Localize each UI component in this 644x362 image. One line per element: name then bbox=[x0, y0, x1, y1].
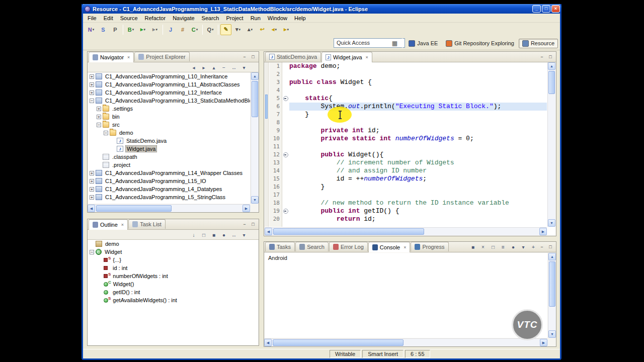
mark-occurrences-icon[interactable]: ✎ bbox=[220, 24, 231, 35]
scroll-down-icon[interactable]: ▼ bbox=[548, 330, 556, 338]
fold-collapse-icon[interactable] bbox=[283, 151, 289, 159]
code-line[interactable]: public class Widget { bbox=[289, 78, 547, 86]
dropdown-arrow-icon[interactable]: ▾ bbox=[144, 28, 146, 32]
code-line[interactable]: // and assign ID number bbox=[289, 167, 547, 175]
console-tab-tasks[interactable]: Tasks bbox=[265, 242, 295, 251]
minimize-button[interactable]: − bbox=[240, 53, 249, 60]
plus-expander-icon[interactable]: + bbox=[97, 107, 101, 111]
minimize-button[interactable]: − bbox=[538, 53, 546, 60]
dropdown-arrow-icon[interactable]: ▾ bbox=[212, 28, 214, 32]
menu-window[interactable]: Window bbox=[264, 14, 291, 22]
code-line[interactable]: public Widget(){ bbox=[289, 151, 547, 159]
print-icon[interactable]: P bbox=[110, 24, 121, 35]
code-line[interactable] bbox=[289, 119, 547, 127]
plus-expander-icon[interactable]: + bbox=[90, 179, 94, 184]
previous-annotation-icon[interactable]: ▴▾ bbox=[245, 24, 256, 35]
dropdown-arrow-icon[interactable]: ▾ bbox=[93, 28, 95, 32]
console-tab-console[interactable]: Console× bbox=[368, 242, 411, 252]
maximize-button[interactable]: □ bbox=[249, 221, 257, 228]
debug-icon[interactable]: B▾ bbox=[125, 24, 136, 35]
save-icon[interactable]: S bbox=[98, 24, 109, 35]
scroll-right-icon[interactable]: ▶ bbox=[243, 205, 250, 212]
minus-expander-icon[interactable]: − bbox=[97, 123, 101, 127]
console-tab-search[interactable]: Search bbox=[295, 242, 329, 251]
scroll-up-icon[interactable]: ▲ bbox=[548, 253, 556, 260]
maximize-button[interactable]: □ bbox=[546, 243, 554, 250]
code-line[interactable]: System.out.println("Executing Static Blo… bbox=[289, 103, 547, 111]
maximize-button[interactable]: □ bbox=[249, 53, 257, 60]
console-output[interactable]: Android bbox=[265, 253, 547, 338]
navigator-item-c1-advancedjavaprogramming-l12-interface[interactable]: +C1_AdvancedJavaProgramming_L12_Interfac… bbox=[88, 88, 250, 97]
fold-collapse-icon[interactable] bbox=[283, 207, 289, 215]
maximize-button[interactable]: □ bbox=[542, 5, 550, 13]
plus-expander-icon[interactable]: + bbox=[97, 115, 101, 119]
navigator-item-demo[interactable]: −demo bbox=[88, 129, 250, 137]
editor-tab-widget-java[interactable]: JWidget.java× bbox=[321, 52, 372, 62]
code-line[interactable]: // increment number of Widgets bbox=[289, 159, 547, 167]
minus-expander-icon[interactable]: − bbox=[104, 131, 108, 135]
menu-search[interactable]: Search bbox=[198, 14, 223, 22]
code-line[interactable]: private int id; bbox=[289, 127, 547, 135]
menu-edit[interactable]: Edit bbox=[100, 14, 117, 22]
code-line[interactable]: static{ bbox=[289, 95, 547, 103]
clear-console-icon[interactable]: □ bbox=[489, 243, 498, 251]
scroll-right-icon[interactable]: ▶ bbox=[539, 228, 547, 235]
open-console-icon[interactable]: + bbox=[529, 243, 538, 251]
code-line[interactable]: private static int numberOfWidgets = 0; bbox=[289, 135, 547, 143]
code-line[interactable]: id = ++numberOfWidgets; bbox=[289, 175, 547, 183]
minimize-button[interactable]: − bbox=[538, 243, 546, 250]
menu-project[interactable]: Project bbox=[222, 14, 247, 22]
navigator-item-c1-advancedjavaprogramming-l4-datatypes[interactable]: +C1_AdvancedJavaProgramming_L4_Datatypes bbox=[88, 185, 250, 193]
console-tab-progress[interactable]: Progress bbox=[411, 242, 448, 251]
terminate-icon[interactable]: ■ bbox=[468, 243, 477, 251]
sort-icon[interactable]: ↓ bbox=[189, 231, 198, 239]
scrollbar-thumb[interactable] bbox=[273, 228, 424, 235]
back-icon[interactable]: ◂ bbox=[189, 63, 198, 71]
forward-icon[interactable]: ▸▾ bbox=[281, 24, 292, 35]
navigator-item-staticdemo-java[interactable]: JStaticDemo.java bbox=[88, 137, 250, 145]
outline-item-getavailablewidgets-int[interactable]: SgetAvailableWidgets() : int bbox=[88, 296, 258, 304]
perspective-resource[interactable]: Resource bbox=[519, 39, 558, 48]
new-java-project-icon[interactable]: J bbox=[165, 24, 176, 35]
scrollbar-thumb[interactable] bbox=[548, 71, 555, 94]
plus-expander-icon[interactable]: + bbox=[90, 82, 94, 87]
remove-launch-icon[interactable]: × bbox=[478, 243, 488, 251]
code-line[interactable] bbox=[289, 143, 547, 151]
view-menu-icon[interactable]: ▾ bbox=[239, 231, 249, 239]
new-class-icon[interactable]: C▾ bbox=[189, 24, 200, 35]
outline-item-demo[interactable]: demo bbox=[88, 240, 258, 248]
scroll-down-icon[interactable]: ▼ bbox=[251, 196, 259, 204]
plus-expander-icon[interactable]: + bbox=[90, 171, 94, 175]
outline-item-numberofwidgets-int[interactable]: SnumberOfWidgets : int bbox=[88, 272, 258, 280]
maximize-button[interactable]: □ bbox=[546, 53, 554, 60]
plus-expander-icon[interactable]: + bbox=[90, 74, 94, 79]
scrollbar-thumb[interactable] bbox=[549, 261, 555, 307]
editor-vertical-scrollbar[interactable]: ▲ ▼ bbox=[547, 62, 555, 227]
back-icon[interactable]: ◂▾ bbox=[269, 24, 280, 35]
menu-navigate[interactable]: Navigate bbox=[169, 14, 198, 22]
outline-item-getid-int[interactable]: getID() : int bbox=[88, 288, 258, 296]
close-icon[interactable]: × bbox=[404, 245, 406, 250]
collapse-all-icon[interactable]: − bbox=[219, 63, 228, 71]
code-line[interactable]: } bbox=[289, 183, 547, 191]
next-annotation-icon[interactable]: ▾▾ bbox=[232, 24, 244, 35]
navigator-item-c1-advancedjavaprogramming-l11-abstractclasses[interactable]: +C1_AdvancedJavaProgramming_L11_Abstract… bbox=[88, 80, 250, 88]
code-line[interactable] bbox=[289, 70, 547, 78]
perspective-java-ee[interactable]: Java EE bbox=[405, 39, 441, 48]
navigator-item-c1-advancedjavaprogramming-l5-stringclass[interactable]: +C1_AdvancedJavaProgramming_L5_StringCla… bbox=[88, 193, 250, 201]
menu-file[interactable]: File bbox=[84, 14, 100, 22]
search-icon[interactable]: Q▾ bbox=[205, 24, 216, 35]
scroll-down-icon[interactable]: ▼ bbox=[548, 219, 555, 227]
scroll-lock-icon[interactable]: ≡ bbox=[499, 243, 508, 251]
navigator-item-bin[interactable]: +bin bbox=[88, 113, 250, 121]
run-icon[interactable]: ▸▾ bbox=[137, 24, 148, 35]
fold-collapse-icon[interactable] bbox=[283, 95, 289, 103]
dropdown-arrow-icon[interactable]: ▾ bbox=[287, 28, 289, 32]
console-horizontal-scrollbar[interactable]: ◀ ▶ bbox=[264, 338, 547, 346]
close-icon[interactable]: × bbox=[366, 55, 368, 60]
scrollbar-thumb[interactable] bbox=[96, 205, 172, 212]
navigator-vertical-scrollbar[interactable]: ▲ ▼ bbox=[251, 72, 259, 204]
navigator-item-src[interactable]: −src bbox=[88, 121, 250, 129]
minus-expander-icon[interactable]: − bbox=[90, 99, 94, 103]
outline-item-id-int[interactable]: id : int bbox=[88, 264, 258, 272]
